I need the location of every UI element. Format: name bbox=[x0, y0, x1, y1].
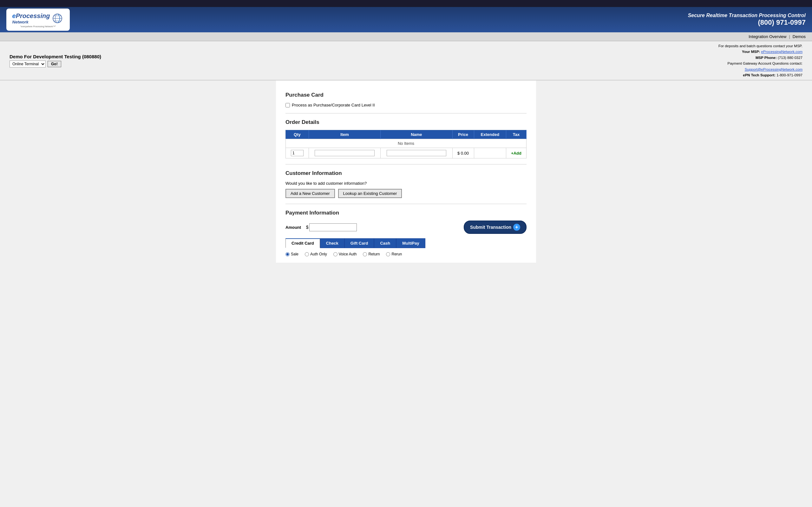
col-name: Name bbox=[380, 130, 452, 139]
radio-rerun: Rerun bbox=[386, 252, 402, 257]
transaction-type-row: Sale Auth Only Voice Auth Return Rerun bbox=[286, 252, 526, 257]
tax-cell: +Add bbox=[506, 148, 526, 158]
radio-voice-label: Voice Auth bbox=[339, 252, 357, 257]
demos-link[interactable]: Demos bbox=[793, 34, 806, 39]
merchant-name: Demo For Development Testing (080880) bbox=[9, 54, 101, 59]
col-tax: Tax bbox=[506, 130, 526, 139]
tech-phone: 1-800-971-0997 bbox=[776, 73, 803, 77]
header-tagline: Secure Realtime Transaction Processing C… bbox=[688, 13, 806, 18]
logo-graphic: eProcessing Network bbox=[12, 12, 64, 25]
price-value: $ 0.00 bbox=[457, 151, 469, 156]
amount-prefix: $ bbox=[306, 225, 309, 230]
purchase-card-title: Purchase Card bbox=[286, 92, 526, 100]
tab-credit-card[interactable]: Credit Card bbox=[286, 238, 320, 248]
add-button[interactable]: +Add bbox=[511, 151, 521, 156]
integration-overview-link[interactable]: Integration Overview bbox=[749, 34, 786, 39]
logo-globe-icon bbox=[51, 12, 64, 25]
radio-sale: Sale bbox=[286, 252, 299, 257]
go-button[interactable]: Go! bbox=[48, 61, 61, 67]
customer-info-title: Customer Information bbox=[286, 170, 526, 178]
radio-sale-input[interactable] bbox=[286, 252, 290, 257]
col-item: Item bbox=[309, 130, 380, 139]
amount-input[interactable] bbox=[309, 223, 357, 231]
radio-sale-label: Sale bbox=[291, 252, 299, 257]
no-items-cell: No Items bbox=[286, 139, 526, 148]
amount-input-group: Amount $ bbox=[286, 223, 357, 231]
radio-rerun-label: Rerun bbox=[392, 252, 402, 257]
nav-separator: | bbox=[789, 34, 790, 39]
order-details-section: Order Details Qty Item Name Price Extend… bbox=[286, 119, 526, 158]
terminal-row: Online Terminal Go! bbox=[9, 60, 101, 67]
plus-circle-icon: + bbox=[513, 224, 520, 231]
tech-label: ePN Tech Support: bbox=[743, 73, 775, 77]
customer-question: Would you like to add customer informati… bbox=[286, 181, 526, 186]
extended-cell bbox=[474, 148, 506, 158]
col-price: Price bbox=[452, 130, 474, 139]
no-items-row: No Items bbox=[286, 139, 526, 148]
submit-transaction-button[interactable]: Submit Transaction + bbox=[464, 221, 526, 234]
payment-section: Payment Information Amount $ Submit Tran… bbox=[286, 210, 526, 257]
divider-3 bbox=[286, 204, 526, 204]
info-bar: Demo For Development Testing (080880) On… bbox=[0, 41, 812, 80]
order-table: Qty Item Name Price Extended Tax No Item… bbox=[286, 130, 526, 158]
header-phone: (800) 971-0997 bbox=[688, 18, 806, 26]
item-cell bbox=[309, 148, 380, 158]
amount-label: Amount bbox=[286, 225, 301, 230]
logo-sub: "everywhere Processing Network™" bbox=[20, 25, 56, 27]
col-extended: Extended bbox=[474, 130, 506, 139]
name-input[interactable] bbox=[387, 150, 446, 156]
logo-network: Network bbox=[12, 20, 50, 24]
tab-check[interactable]: Check bbox=[320, 238, 345, 248]
customer-buttons: Add a New Customer Lookup an Existing Cu… bbox=[286, 189, 526, 198]
lookup-existing-customer-button[interactable]: Lookup an Existing Customer bbox=[338, 189, 402, 198]
msp-label: Your MSP: bbox=[742, 50, 760, 54]
radio-rerun-input[interactable] bbox=[386, 252, 390, 257]
logo-text: eProcessing bbox=[12, 12, 50, 20]
radio-return-label: Return bbox=[368, 252, 380, 257]
nav-bar: Integration Overview | Demos bbox=[0, 32, 812, 41]
tab-cash[interactable]: Cash bbox=[374, 238, 396, 248]
qty-cell bbox=[286, 148, 309, 158]
table-header-row: Qty Item Name Price Extended Tax bbox=[286, 130, 526, 139]
contact-intro: For deposits and batch questions contact… bbox=[718, 43, 803, 49]
tab-gift-card[interactable]: Gift Card bbox=[345, 238, 374, 248]
contact-section: For deposits and batch questions contact… bbox=[718, 43, 803, 78]
tab-multipay[interactable]: MultiPay bbox=[396, 238, 425, 248]
item-input[interactable] bbox=[315, 150, 374, 156]
add-new-customer-button[interactable]: Add a New Customer bbox=[286, 189, 335, 198]
msp-phone-label: MSP Phone: bbox=[756, 56, 777, 60]
merchant-section: Demo For Development Testing (080880) On… bbox=[9, 54, 101, 67]
order-details-title: Order Details bbox=[286, 119, 526, 127]
radio-voice-input[interactable] bbox=[334, 252, 338, 257]
col-qty: Qty bbox=[286, 130, 309, 139]
purchase-card-section: Purchase Card Process as Purchase/Corpor… bbox=[286, 92, 526, 107]
terminal-select[interactable]: Online Terminal bbox=[9, 60, 46, 67]
qty-input[interactable] bbox=[291, 150, 304, 156]
amount-row: Amount $ Submit Transaction + bbox=[286, 221, 526, 234]
purchase-card-label: Process as Purchase/Corporate Card Level… bbox=[292, 103, 375, 107]
main-content: Purchase Card Process as Purchase/Corpor… bbox=[276, 80, 536, 263]
header-right: Secure Realtime Transaction Processing C… bbox=[688, 13, 806, 26]
customer-section: Customer Information Would you like to a… bbox=[286, 170, 526, 198]
logo: eProcessing Network "everywhere Processi… bbox=[6, 9, 70, 31]
pg-email-link[interactable]: Support@eProcessingNetwork.com bbox=[745, 67, 803, 71]
radio-return-input[interactable] bbox=[363, 252, 367, 257]
radio-auth-input[interactable] bbox=[305, 252, 309, 257]
name-cell bbox=[380, 148, 452, 158]
purchase-card-checkbox-row: Process as Purchase/Corporate Card Level… bbox=[286, 103, 526, 107]
purchase-card-checkbox[interactable] bbox=[286, 103, 290, 107]
payment-tabs: Credit Card Check Gift Card Cash MultiPa… bbox=[286, 238, 526, 248]
radio-auth-only: Auth Only bbox=[305, 252, 327, 257]
msp-phone: (713) 880 0327 bbox=[778, 56, 803, 60]
radio-auth-label: Auth Only bbox=[310, 252, 327, 257]
divider-1 bbox=[286, 113, 526, 113]
top-bar bbox=[0, 0, 812, 7]
order-entry-row: $ 0.00 +Add bbox=[286, 148, 526, 158]
payment-info-title: Payment Information bbox=[286, 210, 526, 217]
pg-label: Payment Gateway Account Questions contac… bbox=[718, 60, 803, 66]
radio-return: Return bbox=[363, 252, 380, 257]
msp-link[interactable]: eProcessingNetwork.com bbox=[761, 50, 803, 54]
submit-transaction-label: Submit Transaction bbox=[470, 225, 511, 230]
price-cell: $ 0.00 bbox=[452, 148, 474, 158]
header: eProcessing Network "everywhere Processi… bbox=[0, 7, 812, 32]
